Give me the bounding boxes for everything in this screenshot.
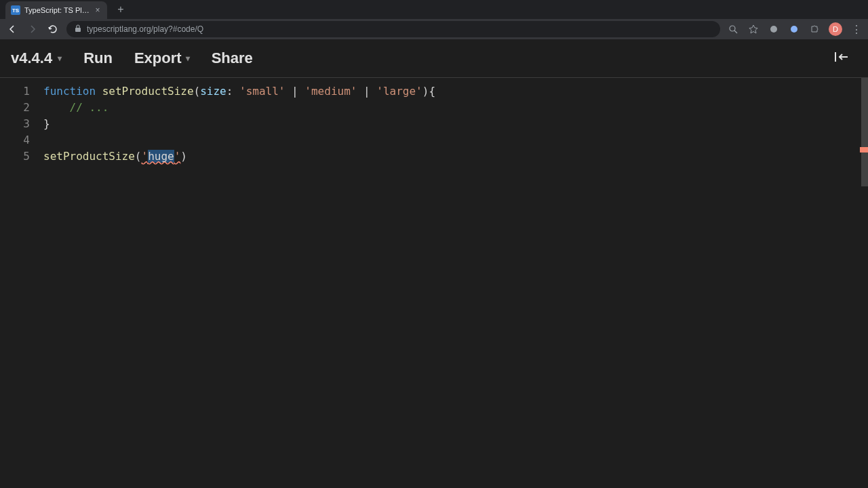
- caret-down-icon: ▾: [58, 54, 62, 63]
- token-param: size: [200, 85, 226, 98]
- code-line: [43, 132, 435, 148]
- browser-toolbar-icons: D ⋮: [727, 22, 863, 36]
- version-label: v4.4.4: [11, 49, 52, 67]
- share-label: Share: [212, 49, 253, 67]
- collapse-panel-button[interactable]: [834, 52, 857, 66]
- line-number: 4: [0, 132, 43, 148]
- token-punct: ){: [422, 85, 435, 98]
- token-string: 'large': [376, 85, 422, 98]
- forward-button[interactable]: [26, 22, 39, 36]
- back-button[interactable]: [5, 22, 19, 36]
- token-punct: (: [194, 85, 201, 98]
- tab-title: TypeScript: TS Playground - A: [24, 6, 90, 14]
- editor-scrollbar[interactable]: [859, 78, 868, 488]
- code-content[interactable]: function setProductSize(size: 'small' | …: [43, 78, 435, 488]
- svg-rect-0: [75, 28, 81, 32]
- selected-text: huge: [148, 150, 174, 163]
- line-number: 1: [0, 83, 43, 100]
- code-line: }: [43, 116, 435, 132]
- playground-toolbar: v4.4.4 ▾ Run Export ▾ Share: [0, 39, 868, 77]
- close-tab-icon[interactable]: ×: [94, 6, 102, 14]
- star-icon[interactable]: [747, 23, 760, 35]
- svg-line-2: [734, 30, 737, 33]
- code-line: setProductSize('huge'): [43, 148, 435, 165]
- token-keyword: function: [43, 85, 96, 98]
- token-operator: |: [285, 85, 304, 98]
- share-button[interactable]: Share: [212, 49, 253, 67]
- line-gutter: 1 2 3 4 5: [0, 78, 43, 488]
- menu-dots-icon[interactable]: ⋮: [850, 23, 863, 36]
- code-line: function setProductSize(size: 'small' | …: [43, 83, 435, 100]
- line-number: 3: [0, 116, 43, 132]
- url-text: typescriptlang.org/play?#code/Q: [87, 24, 203, 34]
- export-label: Export: [134, 49, 182, 67]
- reload-button[interactable]: [46, 22, 60, 36]
- code-editor[interactable]: 1 2 3 4 5 function setProductSize(size: …: [0, 78, 868, 488]
- tab-bar: TS TypeScript: TS Playground - A × +: [0, 0, 868, 19]
- scroll-thumb[interactable]: [861, 78, 868, 186]
- favicon: TS: [11, 5, 20, 15]
- token-punct: ): [180, 150, 187, 163]
- extension-icon-1[interactable]: [768, 23, 780, 35]
- extension-icon-2[interactable]: [788, 23, 800, 35]
- zoom-icon[interactable]: [727, 23, 739, 35]
- token-string: ': [142, 150, 149, 163]
- avatar[interactable]: D: [829, 22, 842, 36]
- svg-point-3: [770, 26, 777, 33]
- token-string: 'small': [239, 85, 285, 98]
- browser-tab[interactable]: TS TypeScript: TS Playground - A ×: [5, 1, 107, 19]
- version-select[interactable]: v4.4.4 ▾: [11, 49, 62, 67]
- run-label: Run: [83, 49, 113, 67]
- run-button[interactable]: Run: [83, 49, 113, 67]
- code-line: // ...: [43, 100, 435, 116]
- lock-icon: [75, 24, 81, 34]
- caret-down-icon: ▾: [186, 54, 190, 63]
- error-marker[interactable]: [860, 147, 868, 152]
- svg-point-4: [791, 26, 797, 33]
- url-field[interactable]: typescriptlang.org/play?#code/Q: [66, 21, 720, 37]
- line-number: 5: [0, 148, 43, 165]
- token-function: setProductSize: [43, 150, 135, 163]
- new-tab-button[interactable]: +: [113, 1, 129, 18]
- address-bar: typescriptlang.org/play?#code/Q D ⋮: [0, 19, 868, 39]
- token-operator: |: [357, 85, 376, 98]
- line-number: 2: [0, 100, 43, 116]
- token-string: ': [174, 150, 181, 163]
- export-button[interactable]: Export ▾: [134, 49, 190, 67]
- token-function: setProductSize: [102, 85, 194, 98]
- token-punct: (: [135, 150, 142, 163]
- token-punct: :: [226, 85, 239, 98]
- token-comment: // ...: [70, 101, 109, 114]
- token-string: 'medium': [304, 85, 357, 98]
- token-punct: }: [43, 117, 50, 130]
- token-indent: [43, 101, 70, 114]
- browser-chrome: TS TypeScript: TS Playground - A × + typ…: [0, 0, 868, 39]
- svg-point-1: [730, 26, 735, 31]
- puzzle-icon[interactable]: [808, 23, 821, 35]
